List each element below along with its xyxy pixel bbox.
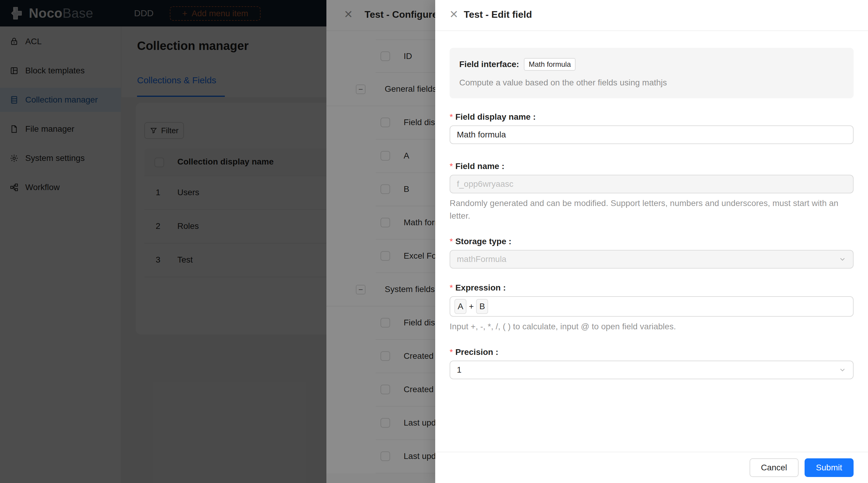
required-asterisk: * [450,112,453,122]
label-colon: : [506,237,512,246]
form-item-field-name: * Field name : f_opp6wryaasc Randomly ge… [450,161,854,222]
precision-label: Precision [455,347,493,357]
form-item-field-display-name: * Field display name : Math formula [450,112,854,144]
precision-select[interactable]: 1 [450,361,854,379]
expression-label: Expression [455,283,501,293]
expression-help-text: Input +, -, *, /, ( ) to calculate, inpu… [450,320,854,333]
required-asterisk: * [450,347,453,357]
expression-input[interactable]: A + B [450,296,854,317]
field-display-name-input[interactable]: Math formula [450,125,854,144]
cancel-button[interactable]: Cancel [750,458,799,477]
field-interface-description: Compute a value based on the other field… [459,78,844,87]
storage-type-value: mathFormula [457,254,506,264]
edit-drawer-title: Test - Edit field [464,9,532,20]
form-item-storage-type: * Storage type : mathFormula [450,236,854,268]
precision-value: 1 [457,365,462,375]
required-asterisk: * [450,283,453,293]
expression-variable-tag[interactable]: B [476,299,488,314]
chevron-down-icon [839,366,846,374]
chevron-down-icon [839,255,846,263]
label-colon: : [530,112,535,122]
edit-drawer-header: ✕ Test - Edit field [435,0,868,31]
required-asterisk: * [450,162,453,171]
field-interface-tag: Math formula [524,58,576,71]
label-colon: : [499,162,504,171]
edit-drawer-body: Field interface: Math formula Compute a … [435,31,868,451]
label-colon: : [501,283,506,293]
field-interface-panel: Field interface: Math formula Compute a … [450,48,854,98]
field-interface-label: Field interface: [459,60,519,69]
storage-type-select: mathFormula [450,250,854,268]
expression-operator: + [469,302,474,311]
required-asterisk: * [450,237,453,246]
field-name-input: f_opp6wryaasc [450,175,854,193]
close-icon[interactable]: ✕ [449,9,458,20]
form-item-precision: * Precision : 1 [450,347,854,379]
storage-type-label: Storage type [455,237,506,246]
field-name-help-text: Randomly generated and can be modified. … [450,197,854,222]
field-name-label: Field name [455,162,499,171]
edit-field-drawer: ✕ Test - Edit field Field interface: Mat… [435,0,868,483]
submit-button[interactable]: Submit [805,458,854,477]
edit-drawer-footer: Cancel Submit [435,452,868,483]
form-item-expression: * Expression : A + B Input +, -, *, /, (… [450,282,854,333]
field-display-name-label: Field display name [455,112,531,122]
label-colon: : [493,347,498,357]
expression-variable-tag[interactable]: A [455,299,466,314]
